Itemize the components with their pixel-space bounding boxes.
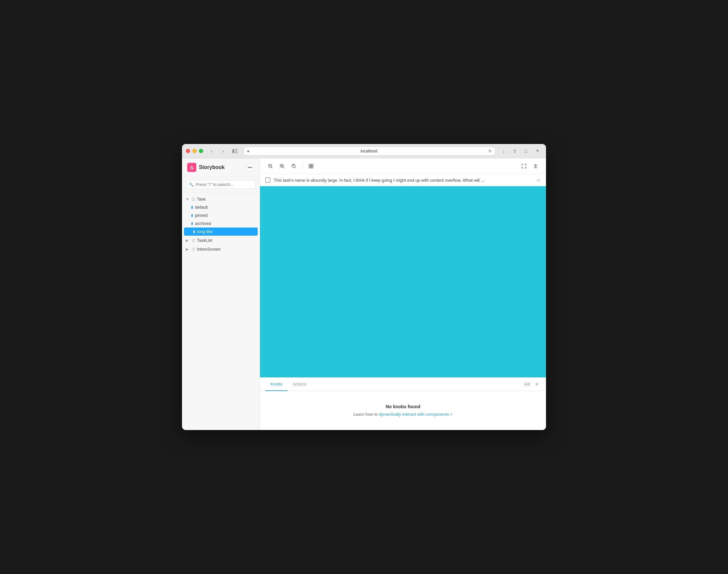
- story-header: This task's name is absurdly large. In f…: [260, 174, 546, 186]
- sidebar-item-default[interactable]: ▮ default: [182, 203, 260, 211]
- search-icon: 🔍: [189, 182, 194, 187]
- svg-rect-3: [234, 153, 238, 153]
- svg-rect-15: [311, 164, 313, 166]
- toolbar-right: [519, 161, 541, 171]
- grid-icon: ◫: [192, 238, 195, 242]
- lock-icon: ●: [247, 149, 249, 153]
- search-input[interactable]: [196, 182, 253, 187]
- bookmark-icon: ▮: [191, 205, 193, 209]
- url-bar[interactable]: ● localhost ↻: [244, 147, 495, 156]
- new-tab-button-top[interactable]: □: [521, 147, 530, 156]
- bookmark-icon-active: ▮: [193, 230, 195, 234]
- grid-toggle-button[interactable]: [306, 161, 316, 171]
- toolbar: [260, 158, 546, 174]
- sidebar-item-long-title[interactable]: ▮ long title: [184, 228, 258, 236]
- default-label: default: [195, 205, 208, 210]
- bottom-panel: Knobs Actions ✕: [260, 377, 546, 430]
- long-title-label: long title: [197, 229, 213, 234]
- svg-rect-1: [234, 149, 238, 150]
- search-bar: 🔍: [182, 177, 260, 193]
- sidebar-item-inboxscreen[interactable]: ▶ ◫ InboxScreen: [182, 245, 260, 253]
- add-tab-button[interactable]: +: [533, 147, 542, 156]
- chevron-right-icon: ▶: [186, 247, 190, 251]
- panel-tab-actions: ✕: [523, 380, 541, 388]
- main-layout: S Storybook ••• 🔍 ▼ ◫ Task: [182, 158, 546, 430]
- traffic-lights: [186, 149, 203, 153]
- no-knobs-title: No knobs found: [266, 404, 540, 409]
- star-icon[interactable]: ★: [537, 177, 541, 183]
- svg-rect-0: [232, 149, 234, 153]
- sidebar-item-tasklist[interactable]: ▶ ◫ TaskList: [182, 236, 260, 244]
- bookmark-icon: ▮: [191, 213, 193, 217]
- download-button[interactable]: ↓: [499, 147, 508, 156]
- story-title: This task's name is absurdly large. In f…: [274, 178, 533, 183]
- pinned-label: pinned: [195, 213, 208, 218]
- story-checkbox[interactable]: [265, 177, 270, 183]
- fullscreen-button[interactable]: [519, 161, 529, 171]
- search-input-wrapper: 🔍: [186, 180, 256, 189]
- sidebar-item-task[interactable]: ▼ ◫ Task: [182, 195, 260, 203]
- svg-rect-21: [524, 384, 530, 386]
- preview-container: This task's name is absurdly large. In f…: [260, 174, 546, 377]
- toolbar-divider: [302, 163, 303, 169]
- sidebar-item-pinned[interactable]: ▮ pinned: [182, 211, 260, 219]
- forward-button[interactable]: ›: [219, 147, 228, 156]
- no-knobs-link[interactable]: dynamically interact with components >: [379, 412, 453, 417]
- sidebar-toggle-button[interactable]: [230, 147, 240, 156]
- bookmark-icon: ▮: [191, 221, 193, 226]
- back-button[interactable]: ‹: [207, 147, 216, 156]
- grid-icon: ◫: [192, 247, 195, 251]
- task-label: Task: [197, 197, 206, 202]
- tree-group-inboxscreen: ▶ ◫ InboxScreen: [182, 245, 260, 253]
- share-button[interactable]: ⇧: [510, 147, 519, 156]
- svg-line-6: [271, 167, 272, 168]
- svg-rect-2: [234, 151, 238, 152]
- tab-actions[interactable]: Actions: [288, 378, 312, 391]
- browser-window: ‹ › ● localhost ↻ ↓ ⇧ □ + S: [182, 144, 546, 430]
- panel-tabs: Knobs Actions ✕: [260, 378, 546, 391]
- panel-content: No knobs found Learn how to dynamically …: [260, 391, 546, 430]
- chevron-right-icon: ▶: [186, 239, 190, 242]
- panel-close-button[interactable]: ✕: [533, 380, 541, 388]
- url-text: localhost: [251, 149, 486, 153]
- maximize-button[interactable]: [199, 149, 203, 153]
- grid-icon: ◫: [192, 197, 195, 201]
- sidebar-menu-button[interactable]: •••: [245, 163, 254, 172]
- svg-rect-20: [524, 382, 530, 384]
- storybook-title: Storybook: [199, 164, 224, 170]
- sidebar-item-archived[interactable]: ▮ archived: [182, 219, 260, 228]
- tree-group-task: ▼ ◫ Task ▮ default ▮ pinned ▮ archived: [182, 195, 260, 236]
- svg-rect-16: [309, 166, 311, 168]
- refresh-icon[interactable]: ↻: [488, 149, 492, 153]
- browser-actions: ↓ ⇧ □: [499, 147, 530, 156]
- storybook-logo: S: [187, 163, 196, 172]
- tasklist-label: TaskList: [197, 238, 212, 243]
- no-knobs-desc: Learn how to dynamically interact with c…: [266, 412, 540, 417]
- close-button[interactable]: [186, 149, 190, 153]
- svg-line-10: [283, 167, 284, 168]
- minimize-button[interactable]: [192, 149, 197, 153]
- sidebar-header: S Storybook •••: [182, 158, 260, 177]
- sidebar: S Storybook ••• 🔍 ▼ ◫ Task: [182, 158, 260, 430]
- zoom-out-button[interactable]: [265, 161, 275, 171]
- svg-rect-14: [309, 164, 311, 166]
- svg-line-13: [295, 167, 296, 168]
- title-bar: ‹ › ● localhost ↻ ↓ ⇧ □ +: [182, 144, 546, 158]
- tree-container: ▼ ◫ Task ▮ default ▮ pinned ▮ archived: [182, 193, 260, 430]
- svg-rect-17: [311, 166, 313, 168]
- inboxscreen-label: InboxScreen: [197, 247, 221, 252]
- logo-letter: S: [190, 165, 194, 170]
- share-story-button[interactable]: [530, 161, 541, 171]
- content-area: This task's name is absurdly large. In f…: [260, 158, 546, 430]
- zoom-reset-button[interactable]: [289, 161, 299, 171]
- preview-iframe: [260, 186, 546, 377]
- tree-group-tasklist: ▶ ◫ TaskList: [182, 236, 260, 244]
- panel-layout-button[interactable]: [523, 380, 531, 388]
- zoom-in-button[interactable]: [277, 161, 287, 171]
- archived-label: archived: [195, 221, 211, 226]
- chevron-down-icon: ▼: [186, 197, 190, 201]
- tab-knobs[interactable]: Knobs: [265, 378, 288, 391]
